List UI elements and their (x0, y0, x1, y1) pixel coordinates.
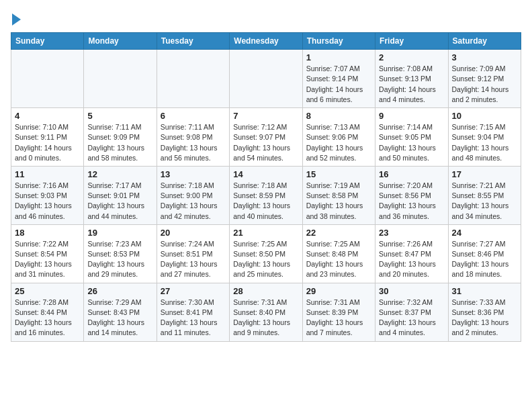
calendar-cell: 23Sunrise: 7:26 AMSunset: 8:47 PMDayligh… (375, 224, 448, 283)
day-info: Sunrise: 7:26 AMSunset: 8:47 PMDaylight:… (379, 239, 444, 280)
day-number: 13 (161, 169, 226, 179)
calendar-cell: 10Sunrise: 7:15 AMSunset: 9:04 PMDayligh… (448, 108, 521, 167)
day-info: Sunrise: 7:28 AMSunset: 8:44 PMDaylight:… (15, 298, 80, 338)
calendar-week-4: 18Sunrise: 7:22 AMSunset: 8:54 PMDayligh… (11, 224, 521, 283)
day-info: Sunrise: 7:29 AMSunset: 8:43 PMDaylight:… (87, 298, 152, 338)
calendar-cell: 4Sunrise: 7:10 AMSunset: 9:11 PMDaylight… (11, 108, 84, 167)
day-info: Sunrise: 7:31 AMSunset: 8:40 PMDaylight:… (233, 298, 298, 338)
day-info: Sunrise: 7:13 AMSunset: 9:06 PMDaylight:… (306, 122, 371, 163)
header-sunday: Sunday (11, 33, 84, 50)
calendar-header-row: SundayMondayTuesdayWednesdayThursdayFrid… (11, 33, 521, 50)
day-info: Sunrise: 7:16 AMSunset: 9:03 PMDaylight:… (15, 181, 80, 222)
calendar-cell: 1Sunrise: 7:07 AMSunset: 9:14 PMDaylight… (302, 50, 375, 108)
calendar-cell (84, 50, 157, 108)
header-friday: Friday (375, 33, 448, 50)
day-info: Sunrise: 7:18 AMSunset: 8:59 PMDaylight:… (233, 181, 298, 222)
day-number: 20 (161, 228, 226, 238)
calendar-week-3: 11Sunrise: 7:16 AMSunset: 9:03 PMDayligh… (11, 166, 521, 224)
day-number: 17 (452, 169, 517, 179)
page-container: SundayMondayTuesdayWednesdayThursdayFrid… (0, 0, 532, 347)
calendar-table: SundayMondayTuesdayWednesdayThursdayFrid… (11, 32, 521, 341)
day-info: Sunrise: 7:21 AMSunset: 8:55 PMDaylight:… (452, 181, 517, 222)
day-info: Sunrise: 7:07 AMSunset: 9:14 PMDaylight:… (306, 64, 371, 105)
day-info: Sunrise: 7:25 AMSunset: 8:48 PMDaylight:… (306, 239, 371, 280)
header (11, 11, 521, 26)
calendar-cell: 22Sunrise: 7:25 AMSunset: 8:48 PMDayligh… (302, 224, 375, 283)
day-number: 16 (379, 169, 444, 179)
calendar-cell: 20Sunrise: 7:24 AMSunset: 8:51 PMDayligh… (157, 224, 229, 283)
day-number: 12 (87, 169, 152, 179)
day-number: 5 (87, 111, 152, 121)
calendar-cell: 16Sunrise: 7:20 AMSunset: 8:56 PMDayligh… (375, 166, 448, 224)
day-info: Sunrise: 7:19 AMSunset: 8:58 PMDaylight:… (306, 181, 371, 222)
day-number: 29 (306, 286, 371, 296)
day-number: 1 (306, 52, 371, 62)
day-number: 4 (15, 111, 80, 121)
day-info: Sunrise: 7:20 AMSunset: 8:56 PMDaylight:… (379, 181, 444, 222)
calendar-cell: 15Sunrise: 7:19 AMSunset: 8:58 PMDayligh… (302, 166, 375, 224)
day-info: Sunrise: 7:23 AMSunset: 8:53 PMDaylight:… (87, 239, 152, 280)
calendar-cell: 14Sunrise: 7:18 AMSunset: 8:59 PMDayligh… (230, 166, 302, 224)
day-number: 9 (379, 111, 444, 121)
logo (11, 11, 21, 26)
day-number: 23 (379, 228, 444, 238)
day-number: 28 (233, 286, 298, 296)
header-wednesday: Wednesday (230, 33, 302, 50)
day-number: 31 (452, 286, 517, 296)
calendar-cell: 24Sunrise: 7:27 AMSunset: 8:46 PMDayligh… (448, 224, 521, 283)
calendar-cell: 2Sunrise: 7:08 AMSunset: 9:13 PMDaylight… (375, 50, 448, 108)
day-info: Sunrise: 7:32 AMSunset: 8:37 PMDaylight:… (379, 298, 444, 338)
calendar-cell: 11Sunrise: 7:16 AMSunset: 9:03 PMDayligh… (11, 166, 84, 224)
day-info: Sunrise: 7:17 AMSunset: 9:01 PMDaylight:… (87, 181, 152, 222)
calendar-cell (11, 50, 84, 108)
calendar-cell: 12Sunrise: 7:17 AMSunset: 9:01 PMDayligh… (84, 166, 157, 224)
calendar-cell (230, 50, 302, 108)
day-info: Sunrise: 7:15 AMSunset: 9:04 PMDaylight:… (452, 122, 517, 163)
day-number: 2 (379, 52, 444, 62)
day-info: Sunrise: 7:18 AMSunset: 9:00 PMDaylight:… (161, 181, 226, 222)
day-info: Sunrise: 7:22 AMSunset: 8:54 PMDaylight:… (15, 239, 80, 280)
day-number: 8 (306, 111, 371, 121)
day-number: 26 (87, 286, 152, 296)
day-info: Sunrise: 7:24 AMSunset: 8:51 PMDaylight:… (161, 239, 226, 280)
day-number: 10 (452, 111, 517, 121)
calendar-cell: 13Sunrise: 7:18 AMSunset: 9:00 PMDayligh… (157, 166, 229, 224)
day-number: 3 (452, 52, 517, 62)
day-number: 19 (87, 228, 152, 238)
calendar-cell: 9Sunrise: 7:14 AMSunset: 9:05 PMDaylight… (375, 108, 448, 167)
day-number: 6 (161, 111, 226, 121)
day-info: Sunrise: 7:08 AMSunset: 9:13 PMDaylight:… (379, 64, 444, 105)
day-number: 21 (233, 228, 298, 238)
calendar-cell: 29Sunrise: 7:31 AMSunset: 8:39 PMDayligh… (302, 283, 375, 341)
day-info: Sunrise: 7:27 AMSunset: 8:46 PMDaylight:… (452, 239, 517, 280)
calendar-cell: 6Sunrise: 7:11 AMSunset: 9:08 PMDaylight… (157, 108, 229, 167)
header-saturday: Saturday (448, 33, 521, 50)
day-info: Sunrise: 7:10 AMSunset: 9:11 PMDaylight:… (15, 122, 80, 163)
calendar-week-5: 25Sunrise: 7:28 AMSunset: 8:44 PMDayligh… (11, 283, 521, 341)
day-info: Sunrise: 7:09 AMSunset: 9:12 PMDaylight:… (452, 64, 517, 105)
day-number: 18 (15, 228, 80, 238)
calendar-cell: 8Sunrise: 7:13 AMSunset: 9:06 PMDaylight… (302, 108, 375, 167)
logo-arrow-icon (12, 13, 21, 26)
calendar-cell: 28Sunrise: 7:31 AMSunset: 8:40 PMDayligh… (230, 283, 302, 341)
calendar-cell: 19Sunrise: 7:23 AMSunset: 8:53 PMDayligh… (84, 224, 157, 283)
day-number: 25 (15, 286, 80, 296)
day-number: 11 (15, 169, 80, 179)
calendar-cell: 25Sunrise: 7:28 AMSunset: 8:44 PMDayligh… (11, 283, 84, 341)
calendar-cell: 7Sunrise: 7:12 AMSunset: 9:07 PMDaylight… (230, 108, 302, 167)
logo-text (11, 11, 21, 27)
calendar-week-1: 1Sunrise: 7:07 AMSunset: 9:14 PMDaylight… (11, 50, 521, 108)
calendar-cell (157, 50, 229, 108)
calendar-cell: 17Sunrise: 7:21 AMSunset: 8:55 PMDayligh… (448, 166, 521, 224)
day-number: 27 (161, 286, 226, 296)
header-tuesday: Tuesday (157, 33, 229, 50)
calendar-cell: 3Sunrise: 7:09 AMSunset: 9:12 PMDaylight… (448, 50, 521, 108)
calendar-cell: 21Sunrise: 7:25 AMSunset: 8:50 PMDayligh… (230, 224, 302, 283)
calendar-cell: 27Sunrise: 7:30 AMSunset: 8:41 PMDayligh… (157, 283, 229, 341)
day-number: 22 (306, 228, 371, 238)
header-monday: Monday (84, 33, 157, 50)
calendar-cell: 5Sunrise: 7:11 AMSunset: 9:09 PMDaylight… (84, 108, 157, 167)
calendar-cell: 31Sunrise: 7:33 AMSunset: 8:36 PMDayligh… (448, 283, 521, 341)
day-number: 7 (233, 111, 298, 121)
day-info: Sunrise: 7:33 AMSunset: 8:36 PMDaylight:… (452, 298, 517, 338)
